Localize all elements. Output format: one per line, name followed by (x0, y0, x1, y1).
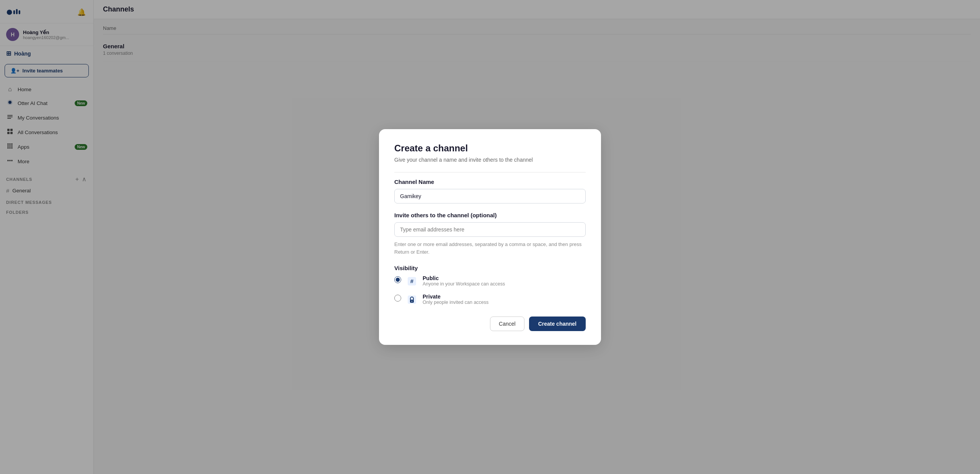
modal-overlay[interactable]: Create a channel Give your channel a nam… (0, 0, 980, 474)
visibility-private-radio[interactable] (394, 295, 401, 302)
invite-others-label: Invite others to the channel (optional) (394, 212, 586, 218)
svg-point-29 (412, 301, 412, 302)
channel-name-input[interactable] (394, 189, 586, 203)
modal-title: Create a channel (394, 143, 586, 154)
svg-text:#: # (410, 278, 414, 284)
visibility-public-radio[interactable] (394, 276, 401, 283)
public-label-desc: Anyone in your Workspace can access (423, 281, 505, 287)
modal-divider (394, 172, 586, 172)
create-channel-button[interactable]: Create channel (529, 317, 586, 331)
visibility-option-public: # Public Anyone in your Workspace can ac… (394, 275, 586, 287)
invite-email-input[interactable] (394, 222, 586, 237)
private-icon (406, 294, 418, 306)
visibility-section: # Public Anyone in your Workspace can ac… (394, 275, 586, 306)
visibility-label: Visibility (394, 265, 586, 271)
visibility-option-private: Private Only people invited can access (394, 294, 586, 306)
visibility-public-labels: Public Anyone in your Workspace can acce… (423, 275, 505, 287)
private-label-desc: Only people invited can access (423, 300, 488, 305)
modal-subtitle: Give your channel a name and invite othe… (394, 157, 586, 163)
channel-name-label: Channel Name (394, 179, 586, 185)
private-label-name: Private (423, 294, 488, 300)
invite-hint: Enter one or more email addresses, separ… (394, 241, 586, 256)
visibility-private-labels: Private Only people invited can access (423, 294, 488, 305)
create-channel-modal: Create a channel Give your channel a nam… (379, 129, 601, 345)
public-label-name: Public (423, 275, 505, 281)
modal-footer: Cancel Create channel (394, 317, 586, 331)
public-icon: # (406, 275, 418, 287)
cancel-button[interactable]: Cancel (490, 317, 524, 331)
